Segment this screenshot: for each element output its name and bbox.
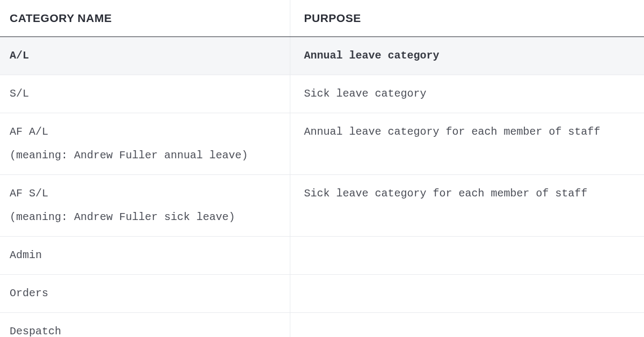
category-name-text: A/L <box>10 49 29 62</box>
category-name-text: Despatch <box>10 325 61 337</box>
table-row: A/LAnnual leave category <box>0 37 644 75</box>
category-note-text: (meaning: Andrew Fuller sick leave) <box>10 208 280 226</box>
purpose-cell: Sick leave category <box>290 75 644 113</box>
column-header-purpose: PURPOSE <box>290 0 644 37</box>
purpose-cell <box>290 313 644 338</box>
category-name-cell: AF A/L(meaning: Andrew Fuller annual lea… <box>0 113 290 175</box>
category-name-cell: AF S/L(meaning: Andrew Fuller sick leave… <box>0 175 290 237</box>
table-header-row: CATEGORY NAME PURPOSE <box>0 0 644 37</box>
purpose-cell: Annual leave category <box>290 37 644 75</box>
category-name-text: AF A/L <box>10 126 48 138</box>
table-row: S/LSick leave category <box>0 75 644 113</box>
category-name-text: AF S/L <box>10 187 48 200</box>
category-name-cell: S/L <box>0 75 290 113</box>
categories-table: CATEGORY NAME PURPOSE A/LAnnual leave ca… <box>0 0 644 337</box>
category-name-cell: Admin <box>0 237 290 275</box>
table-row: Despatch <box>0 313 644 338</box>
table-row: AF S/L(meaning: Andrew Fuller sick leave… <box>0 175 644 237</box>
table-row: Orders <box>0 275 644 313</box>
column-header-category-name: CATEGORY NAME <box>0 0 290 37</box>
table-row: AF A/L(meaning: Andrew Fuller annual lea… <box>0 113 644 175</box>
purpose-cell <box>290 237 644 275</box>
purpose-cell: Annual leave category for each member of… <box>290 113 644 175</box>
category-name-text: S/L <box>10 87 29 100</box>
category-name-cell: Despatch <box>0 313 290 338</box>
table-row: Admin <box>0 237 644 275</box>
category-name-text: Orders <box>10 287 48 299</box>
category-note-text: (meaning: Andrew Fuller annual leave) <box>10 146 280 165</box>
category-name-cell: Orders <box>0 275 290 313</box>
purpose-cell <box>290 275 644 313</box>
category-name-cell: A/L <box>0 37 290 75</box>
category-name-text: Admin <box>10 249 42 261</box>
purpose-cell: Sick leave category for each member of s… <box>290 175 644 237</box>
